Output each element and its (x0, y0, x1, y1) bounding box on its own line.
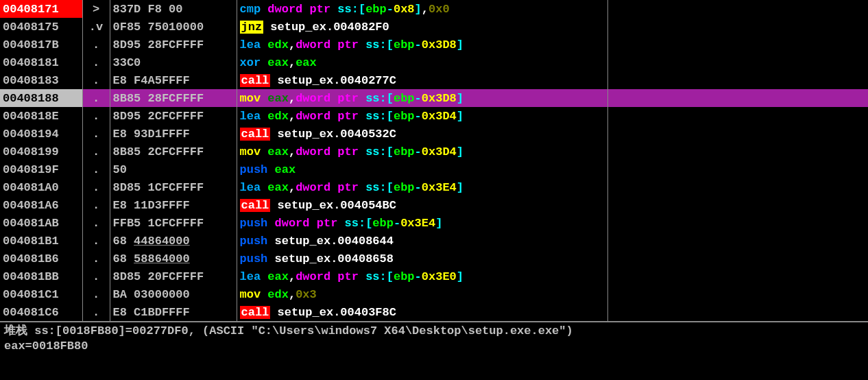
bytes-cell: 0F85 75010000 (110, 18, 237, 36)
address-cell[interactable]: 004081C6 (0, 303, 82, 321)
instruction-cell: lea edx,dword ptr ss:[ebp-0x3D4] (237, 107, 607, 125)
instruction-cell: jnz setup_ex.004082F0 (237, 18, 607, 36)
instruction-cell: call setup_ex.0040532C (237, 125, 607, 143)
instruction-cell: mov eax,dword ptr ss:[ebp-0x3D8] (237, 89, 607, 107)
comment-cell (607, 54, 868, 71)
bytes-cell: 8B85 28FCFFFF (110, 89, 237, 107)
address-cell[interactable]: 00408181 (0, 54, 82, 71)
disasm-row[interactable]: 00408171>837D F8 00cmp dword ptr ss:[ebp… (0, 0, 868, 18)
address-cell[interactable]: 004081A6 (0, 196, 82, 214)
address-cell[interactable]: 00408188 (0, 89, 82, 107)
bytes-cell: 837D F8 00 (110, 0, 237, 18)
marker-cell: . (82, 285, 110, 303)
instruction-cell: lea edx,dword ptr ss:[ebp-0x3D8] (237, 36, 607, 54)
address-cell[interactable]: 004081B1 (0, 232, 82, 250)
bytes-cell: E8 F4A5FFFF (110, 71, 237, 89)
comment-cell (607, 36, 868, 54)
bytes-cell: 68 58864000 (110, 250, 237, 268)
marker-cell: . (82, 71, 110, 89)
marker-cell: . (82, 36, 110, 54)
marker-cell: . (82, 250, 110, 268)
instruction-cell: push setup_ex.00408644 (237, 232, 607, 250)
marker-cell: .v (82, 18, 110, 36)
info-panel: 堆栈 ss:[0018FB80]=00277DF0, (ASCII "C:\Us… (0, 321, 868, 355)
disasm-row[interactable]: 00408199.8B85 2CFCFFFFmov eax,dword ptr … (0, 143, 868, 161)
comment-cell (607, 232, 868, 250)
comment-cell (607, 107, 868, 125)
address-cell[interactable]: 00408194 (0, 125, 82, 143)
address-cell[interactable]: 0040819F (0, 161, 82, 178)
disasm-row[interactable]: 004081BB.8D85 20FCFFFFlea eax,dword ptr … (0, 268, 868, 285)
instruction-cell: call setup_ex.0040277C (237, 71, 607, 89)
marker-cell: . (82, 143, 110, 161)
disasm-row[interactable]: 0040819F.50push eax (0, 161, 868, 178)
disasm-row[interactable]: 004081C6.E8 C1BDFFFFcall setup_ex.00403F… (0, 303, 868, 321)
bytes-cell: E8 93D1FFFF (110, 125, 237, 143)
disasm-row[interactable]: 0040818E.8D95 2CFCFFFFlea edx,dword ptr … (0, 107, 868, 125)
bytes-cell: 8D85 1CFCFFFF (110, 178, 237, 196)
address-cell[interactable]: 004081A0 (0, 178, 82, 196)
disassembly-table[interactable]: 00408171>837D F8 00cmp dword ptr ss:[ebp… (0, 0, 868, 321)
comment-cell (607, 178, 868, 196)
bytes-cell: 8D95 28FCFFFF (110, 36, 237, 54)
disasm-row[interactable]: 00408188.8B85 28FCFFFFmov eax,dword ptr … (0, 89, 868, 107)
comment-cell (607, 143, 868, 161)
address-cell[interactable]: 004081AB (0, 214, 82, 232)
comment-cell (607, 303, 868, 321)
address-cell[interactable]: 0040817B (0, 36, 82, 54)
marker-cell: . (82, 268, 110, 285)
bytes-cell: FFB5 1CFCFFFF (110, 214, 237, 232)
disasm-row[interactable]: 00408194.E8 93D1FFFFcall setup_ex.004053… (0, 125, 868, 143)
bytes-cell: E8 C1BDFFFF (110, 303, 237, 321)
comment-cell (607, 285, 868, 303)
instruction-cell: mov eax,dword ptr ss:[ebp-0x3D4] (237, 143, 607, 161)
comment-cell (607, 89, 868, 107)
comment-cell (607, 214, 868, 232)
address-cell[interactable]: 00408171 (0, 0, 82, 18)
disasm-row[interactable]: 00408181.33C0xor eax,eax (0, 54, 868, 71)
marker-cell: . (82, 214, 110, 232)
disasm-row[interactable]: 00408183.E8 F4A5FFFFcall setup_ex.004027… (0, 71, 868, 89)
address-cell[interactable]: 00408183 (0, 71, 82, 89)
bytes-cell: 50 (110, 161, 237, 178)
instruction-cell: push eax (237, 161, 607, 178)
bytes-cell: BA 03000000 (110, 285, 237, 303)
instruction-cell: mov edx,0x3 (237, 285, 607, 303)
comment-cell (607, 18, 868, 36)
disasm-row[interactable]: 0040817B.8D95 28FCFFFFlea edx,dword ptr … (0, 36, 868, 54)
instruction-cell: push dword ptr ss:[ebp-0x3E4] (237, 214, 607, 232)
address-cell[interactable]: 0040818E (0, 107, 82, 125)
marker-cell: . (82, 178, 110, 196)
disasm-row[interactable]: 00408175.v0F85 75010000jnz setup_ex.0040… (0, 18, 868, 36)
address-cell[interactable]: 00408175 (0, 18, 82, 36)
instruction-cell: push setup_ex.00408658 (237, 250, 607, 268)
instruction-cell: lea eax,dword ptr ss:[ebp-0x3E4] (237, 178, 607, 196)
comment-cell (607, 0, 868, 18)
comment-cell (607, 250, 868, 268)
bytes-cell: 68 44864000 (110, 232, 237, 250)
marker-cell: . (82, 232, 110, 250)
bytes-cell: 8D85 20FCFFFF (110, 268, 237, 285)
bytes-cell: 33C0 (110, 54, 237, 71)
instruction-cell: call setup_ex.00403F8C (237, 303, 607, 321)
disasm-row[interactable]: 004081C1.BA 03000000mov edx,0x3 (0, 285, 868, 303)
disasm-row[interactable]: 004081AB.FFB5 1CFCFFFFpush dword ptr ss:… (0, 214, 868, 232)
bytes-cell: 8B85 2CFCFFFF (110, 143, 237, 161)
marker-cell: . (82, 54, 110, 71)
address-cell[interactable]: 004081C1 (0, 285, 82, 303)
instruction-cell: xor eax,eax (237, 54, 607, 71)
disasm-row[interactable]: 004081A0.8D85 1CFCFFFFlea eax,dword ptr … (0, 178, 868, 196)
disasm-row[interactable]: 004081B1.68 44864000push setup_ex.004086… (0, 232, 868, 250)
address-cell[interactable]: 00408199 (0, 143, 82, 161)
disasm-row[interactable]: 004081B6.68 58864000push setup_ex.004086… (0, 250, 868, 268)
address-cell[interactable]: 004081BB (0, 268, 82, 285)
marker-cell: > (82, 0, 110, 18)
comment-cell (607, 71, 868, 89)
marker-cell: . (82, 196, 110, 214)
bytes-cell: 8D95 2CFCFFFF (110, 107, 237, 125)
instruction-cell: lea eax,dword ptr ss:[ebp-0x3E0] (237, 268, 607, 285)
address-cell[interactable]: 004081B6 (0, 250, 82, 268)
comment-cell (607, 268, 868, 285)
disasm-row[interactable]: 004081A6.E8 11D3FFFFcall setup_ex.004054… (0, 196, 868, 214)
stack-info-line: 堆栈 ss:[0018FB80]=00277DF0, (ASCII "C:\Us… (4, 324, 864, 339)
